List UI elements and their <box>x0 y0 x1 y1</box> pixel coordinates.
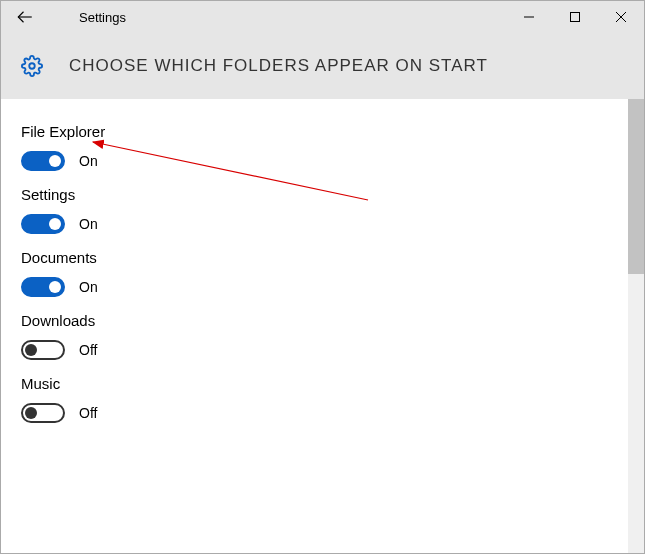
titlebar: Settings <box>1 1 644 33</box>
toggle-state-text: Off <box>79 405 97 421</box>
maximize-button[interactable] <box>552 1 598 33</box>
back-button[interactable] <box>1 1 49 33</box>
page-title: CHOOSE WHICH FOLDERS APPEAR ON START <box>69 56 488 76</box>
toggle-state-text: On <box>79 153 98 169</box>
setting-settings: Settings On <box>21 186 624 234</box>
toggle-settings[interactable] <box>21 214 65 234</box>
setting-label: Downloads <box>21 312 624 329</box>
toggle-documents[interactable] <box>21 277 65 297</box>
toggle-downloads[interactable] <box>21 340 65 360</box>
setting-label: File Explorer <box>21 123 624 140</box>
page-header: CHOOSE WHICH FOLDERS APPEAR ON START <box>1 33 644 99</box>
svg-point-5 <box>29 63 35 69</box>
toggle-state-text: On <box>79 216 98 232</box>
scrollbar-track[interactable] <box>628 99 644 554</box>
setting-label: Settings <box>21 186 624 203</box>
close-button[interactable] <box>598 1 644 33</box>
toggle-music[interactable] <box>21 403 65 423</box>
scrollbar-thumb[interactable] <box>628 99 644 274</box>
setting-documents: Documents On <box>21 249 624 297</box>
setting-file-explorer: File Explorer On <box>21 123 624 171</box>
setting-downloads: Downloads Off <box>21 312 624 360</box>
toggle-state-text: On <box>79 279 98 295</box>
toggle-state-text: Off <box>79 342 97 358</box>
settings-window: Settings CHOOSE WHICH FOLDERS APPEAR ON … <box>0 0 645 554</box>
svg-rect-2 <box>571 13 580 22</box>
gear-icon <box>21 55 43 77</box>
setting-music: Music Off <box>21 375 624 423</box>
minimize-button[interactable] <box>506 1 552 33</box>
window-controls <box>506 1 644 33</box>
window-title: Settings <box>79 10 126 25</box>
toggle-file-explorer[interactable] <box>21 151 65 171</box>
content-area: File Explorer On Settings On Documents O… <box>1 99 644 553</box>
setting-label: Documents <box>21 249 624 266</box>
setting-label: Music <box>21 375 624 392</box>
